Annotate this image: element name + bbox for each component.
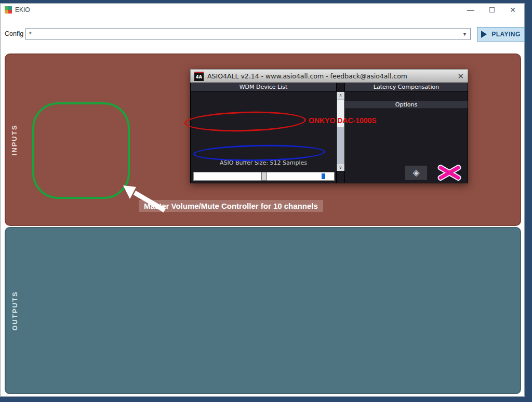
window-controls: — ☐ ✕ [467, 6, 520, 14]
play-icon [481, 31, 487, 38]
scroll-up-icon[interactable]: ∧ [337, 92, 344, 99]
close-button[interactable]: ✕ [510, 6, 516, 14]
asio4all-title: ASIO4ALL v2.14 - www.asio4all.com - feed… [207, 72, 407, 80]
tree-scrollbar[interactable]: ∧ ∨ [337, 92, 344, 171]
config-label: Config [5, 30, 23, 37]
window-title: EKIO [15, 6, 30, 14]
asio4all-body: WDM Device List ASIO Buffer Size: 512 Sa… [190, 83, 468, 183]
latency-options-panel: Latency Compensation Options ◈ [344, 83, 468, 183]
onkyo-annotation-text: ONKYO DAC-1000S [309, 116, 377, 125]
config-value: * [29, 31, 32, 38]
asio-buffer-size-slider[interactable] [193, 172, 335, 181]
config-row: Config * ▼ PLAYING [1, 26, 524, 43]
title-bar: EKIO — ☐ ✕ [1, 4, 524, 16]
minimize-button[interactable]: — [467, 6, 474, 14]
asio4all-logo-icon: 4A [194, 72, 204, 81]
scroll-down-icon[interactable]: ∨ [337, 164, 344, 171]
crossed-wrenches-icon[interactable] [435, 165, 463, 180]
asio4all-title-bar[interactable]: 4A ASIO4ALL v2.14 - www.asio4all.com - f… [190, 69, 468, 83]
outputs-panel: OUTPUTS [5, 227, 521, 394]
outputs-section-label: OUTPUTS [9, 228, 20, 393]
chevron-down-icon: ▼ [462, 32, 467, 37]
gem-icon[interactable]: ◈ [405, 166, 427, 180]
buffer-slider-mark [322, 173, 325, 179]
options-header: Options [345, 101, 468, 109]
maximize-button[interactable]: ☐ [489, 6, 496, 14]
tab-bar [1, 43, 524, 54]
dialog-tool-icons: ◈ [405, 165, 463, 180]
inputs-section-label: INPUTS [9, 55, 20, 225]
wdm-device-panel: WDM Device List ASIO Buffer Size: 512 Sa… [191, 83, 337, 183]
buffer-slider-handle[interactable] [261, 172, 267, 181]
green-circle-annotation [32, 102, 130, 199]
menu-bar [1, 16, 524, 26]
playing-label: PLAYING [491, 31, 521, 38]
dialog-close-button[interactable]: ✕ [457, 72, 464, 81]
ekio-logo-icon [5, 6, 12, 14]
master-volume-annotation: Master Volume/Mute Controller for 10 cha… [139, 200, 323, 212]
config-select[interactable]: * ▼ [25, 28, 471, 40]
latency-compensation-header: Latency Compensation [345, 83, 468, 91]
ekio-window: EKIO — ☐ ✕ Config * ▼ PLAYING INPUTS OUT… [0, 3, 525, 397]
wdm-device-list-header: WDM Device List [191, 83, 336, 91]
playing-button[interactable]: PLAYING [477, 27, 525, 42]
